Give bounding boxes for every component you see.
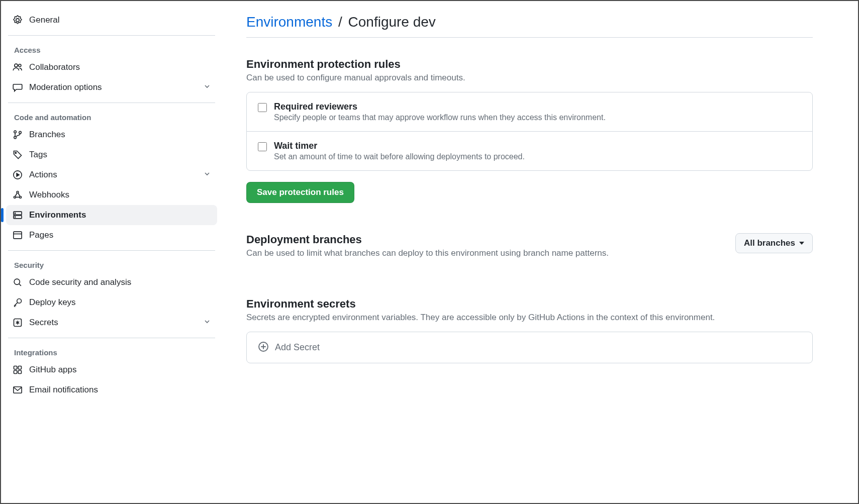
sidebar-item-tags[interactable]: Tags (6, 145, 217, 165)
people-icon (12, 62, 23, 73)
sidebar-section-security: Security Code security and analysis Depl… (6, 256, 217, 333)
deployment-branches-dropdown[interactable]: All branches (735, 233, 813, 253)
settings-sidebar: General Access Collaborators Moderation … (1, 1, 222, 503)
sidebar-item-label: Collaborators (29, 62, 211, 72)
sidebar-item-label: Branches (29, 130, 211, 140)
svg-point-16 (17, 299, 22, 304)
svg-rect-20 (14, 370, 17, 373)
sidebar-item-label: Code security and analysis (29, 277, 211, 287)
svg-point-9 (20, 196, 22, 198)
breadcrumb-separator: / (338, 14, 342, 30)
sidebar-item-pages[interactable]: Pages (6, 225, 217, 245)
protection-rules-box: Required reviewers Specify people or tea… (246, 92, 813, 171)
section-description: Can be used to configure manual approval… (246, 73, 813, 83)
rule-label: Wait timer (274, 141, 525, 151)
svg-rect-14 (14, 232, 22, 239)
chevron-down-icon (203, 318, 211, 328)
key-icon (12, 297, 23, 308)
sidebar-item-label: Tags (29, 150, 211, 160)
breadcrumb: Environments / Configure dev (246, 14, 813, 38)
branch-icon (12, 129, 23, 140)
sidebar-item-label: GitHub apps (29, 365, 211, 375)
sidebar-item-webhooks[interactable]: Webhooks (6, 185, 217, 205)
section-protection-rules: Environment protection rules Can be used… (246, 58, 813, 203)
svg-point-13 (15, 217, 16, 218)
sidebar-item-label: General (29, 15, 211, 25)
webhook-icon (12, 189, 23, 200)
chevron-down-icon (203, 170, 211, 180)
svg-rect-18 (14, 366, 17, 369)
divider (8, 35, 215, 36)
svg-point-2 (14, 131, 17, 133)
wait-timer-checkbox[interactable] (258, 142, 267, 151)
sidebar-item-environments[interactable]: Environments (6, 205, 217, 225)
add-secret-label: Add Secret (275, 342, 320, 353)
divider (8, 103, 215, 103)
sidebar-section-code: Code and automation Branches Tags Action… (6, 108, 217, 245)
svg-rect-19 (18, 366, 21, 369)
sidebar-item-label: Deploy keys (29, 297, 211, 308)
sidebar-section-title: Code and automation (6, 108, 217, 125)
dropdown-label: All branches (744, 238, 795, 248)
sidebar-item-moderation[interactable]: Moderation options (6, 77, 217, 97)
shield-search-icon (12, 277, 23, 288)
chevron-down-icon (203, 82, 211, 93)
sidebar-item-actions[interactable]: Actions (6, 165, 217, 185)
sidebar-item-email-notifications[interactable]: Email notifications (6, 380, 217, 400)
sidebar-section-title: Security (6, 256, 217, 272)
sidebar-section-integrations: Integrations GitHub apps Email notificat… (6, 343, 217, 400)
rule-description: Set an amount of time to wait before all… (274, 152, 525, 161)
save-protection-rules-button[interactable]: Save protection rules (246, 182, 354, 203)
apps-icon (12, 364, 23, 375)
breadcrumb-current: Configure dev (348, 14, 436, 30)
section-deployment-branches: Deployment branches Can be used to limit… (246, 233, 813, 267)
sidebar-item-github-apps[interactable]: GitHub apps (6, 360, 217, 380)
comment-icon (12, 82, 23, 93)
section-environment-secrets: Environment secrets Secrets are encrypte… (246, 297, 813, 363)
sidebar-item-deploy-keys[interactable]: Deploy keys (6, 292, 217, 313)
breadcrumb-link-environments[interactable]: Environments (246, 14, 332, 30)
svg-point-3 (14, 136, 17, 139)
svg-point-12 (15, 213, 16, 214)
sidebar-item-secrets[interactable]: Secrets (6, 313, 217, 333)
sidebar-item-label: Pages (29, 230, 211, 240)
sidebar-item-label: Moderation options (29, 82, 203, 92)
main-content: Environments / Configure dev Environment… (222, 1, 858, 503)
rule-required-reviewers: Required reviewers Specify people or tea… (247, 92, 812, 131)
add-secret-button[interactable]: Add Secret (246, 332, 813, 363)
svg-point-8 (14, 196, 16, 198)
required-reviewers-checkbox[interactable] (258, 103, 267, 112)
sidebar-item-label: Actions (29, 170, 203, 180)
sidebar-section-title: Integrations (6, 343, 217, 360)
sidebar-item-label: Environments (29, 210, 211, 220)
sidebar-item-code-security[interactable]: Code security and analysis (6, 272, 217, 292)
sidebar-item-label: Email notifications (29, 385, 211, 395)
rule-label: Required reviewers (274, 102, 606, 112)
sidebar-section-access: Access Collaborators Moderation options (6, 41, 217, 97)
svg-rect-21 (18, 370, 21, 373)
mail-icon (12, 384, 23, 395)
play-icon (12, 169, 23, 180)
sidebar-item-general[interactable]: General (6, 10, 217, 30)
section-title: Environment secrets (246, 297, 813, 311)
svg-point-4 (19, 131, 22, 134)
section-description: Can be used to limit what branches can d… (246, 248, 609, 258)
asterisk-icon (12, 317, 23, 328)
divider (8, 250, 215, 251)
gear-icon (12, 15, 23, 26)
sidebar-section-title: Access (6, 41, 217, 57)
svg-point-15 (14, 279, 20, 284)
sidebar-item-branches[interactable]: Branches (6, 125, 217, 145)
sidebar-item-collaborators[interactable]: Collaborators (6, 57, 217, 77)
rule-wait-timer: Wait timer Set an amount of time to wait… (247, 131, 812, 170)
svg-point-5 (15, 152, 17, 154)
section-title: Environment protection rules (246, 58, 813, 71)
caret-down-icon (799, 242, 804, 245)
svg-point-1 (19, 64, 21, 67)
plus-circle-icon (258, 341, 269, 354)
svg-point-0 (15, 64, 18, 67)
tag-icon (12, 149, 23, 160)
svg-point-7 (17, 191, 19, 193)
sidebar-item-label: Secrets (29, 318, 203, 328)
sidebar-item-label: Webhooks (29, 190, 211, 200)
